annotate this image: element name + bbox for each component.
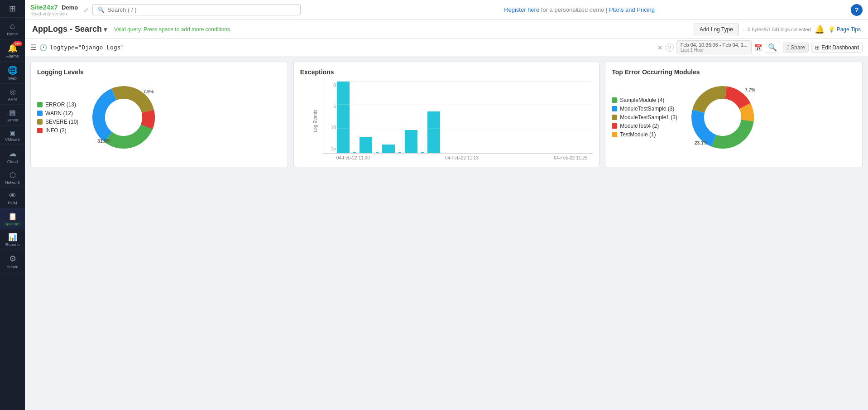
legend-dot-mts xyxy=(612,106,617,111)
apm-icon: ◎ xyxy=(10,87,16,96)
search-icon: 🔍 xyxy=(97,6,105,13)
sidebar-label-web: Web xyxy=(8,76,16,81)
legend-item-mtestsample: ModuleTestSample (3) xyxy=(612,106,677,112)
bar-3 xyxy=(376,152,379,153)
topbar: Site24x7 Demo Read-only version ⤢ 🔍 Regi… xyxy=(25,0,868,20)
plans-link[interactable]: Plans and Pricing xyxy=(609,6,655,13)
sidebar-label-applogs: AppLogs xyxy=(5,222,21,226)
content-area: Logging Levels ERROR (13) WARN (12) xyxy=(25,56,868,410)
bar-chart-area: 15 10 5 0 xyxy=(323,81,593,154)
legend-item-severe: SEVERE (10) xyxy=(37,119,78,125)
applogs-icon: 📋 xyxy=(8,212,17,221)
alarms-badge: 99+ xyxy=(13,41,22,46)
bar-8 xyxy=(427,111,440,153)
share-button[interactable]: ⤴ Share xyxy=(783,43,809,53)
sidebar: ⊞ ⌂ Home 99+ 🔔 Alarms 🌐 Web ◎ APM ▦ Serv… xyxy=(0,0,25,410)
bar-2 xyxy=(360,137,372,153)
bar-6 xyxy=(405,130,417,153)
sidebar-label-cloud: Cloud xyxy=(7,159,18,164)
query-help-icon[interactable]: ? xyxy=(666,43,674,52)
sidebar-item-vmware[interactable]: ▣ VMware xyxy=(0,125,25,145)
web-icon: 🌐 xyxy=(8,65,18,75)
sidebar-item-alarms[interactable]: 99+ 🔔 Alarms xyxy=(0,39,25,62)
search-box[interactable]: 🔍 xyxy=(92,4,301,15)
expand-icon[interactable]: ⤢ xyxy=(83,6,89,14)
legend-dot-tm xyxy=(612,132,617,137)
search-input[interactable] xyxy=(107,6,296,13)
sidebar-label-vmware: VMware xyxy=(5,137,20,142)
rum-icon: 👁 xyxy=(9,192,16,200)
reports-icon: 📊 xyxy=(8,233,17,241)
sidebar-item-applogs[interactable]: 📋 AppLogs xyxy=(0,208,25,229)
grid-icon[interactable]: ⊞ xyxy=(9,4,16,14)
page-title-dropdown[interactable]: ▾ xyxy=(104,26,107,33)
logging-levels-panel: Logging Levels ERROR (13) WARN (12) xyxy=(30,62,288,167)
valid-query-text: Valid query. Press space to add more con… xyxy=(114,26,231,33)
top-error-modules-panel: Top Error Occurring Modules SampleModule… xyxy=(605,62,863,167)
bar-1 xyxy=(353,152,356,153)
sidebar-label-server: Server xyxy=(6,118,19,122)
sidebar-item-reports[interactable]: 📊 Reports xyxy=(0,229,25,250)
query-search-button[interactable]: 🔍 xyxy=(765,42,780,53)
notification-bell[interactable]: 🔔 xyxy=(815,24,825,34)
sidebar-label-home: Home xyxy=(7,32,18,36)
cloud-icon: ☁ xyxy=(9,149,17,159)
sidebar-item-apm[interactable]: ◎ APM xyxy=(0,84,25,105)
top-error-donut: 7.7% 23.1% xyxy=(686,81,759,154)
register-text: Register here for a personalized demo | … xyxy=(308,6,851,13)
exceptions-title: Exceptions xyxy=(300,68,593,76)
add-log-type-button[interactable]: Add Log Type xyxy=(694,24,739,35)
edit-dashboard-button[interactable]: ⊞ Edit Dashboard xyxy=(811,43,863,53)
legend-item-testmodule: TestModule (1) xyxy=(612,131,677,138)
legend-item-mtest4: ModuleTest4 (2) xyxy=(612,123,677,129)
sidebar-item-network[interactable]: ⬡ Network xyxy=(0,167,25,188)
app-name: Site24x7 xyxy=(30,3,58,11)
query-input[interactable] xyxy=(50,44,655,51)
subheader: AppLogs - Search ▾ Valid query. Press sp… xyxy=(25,20,868,39)
charts-row: Logging Levels ERROR (13) WARN (12) xyxy=(30,62,863,167)
time-range-text: Feb 04, 10:36:06 - Feb 04, 1... xyxy=(681,42,748,48)
page-tips-button[interactable]: 💡 Page Tips xyxy=(828,26,861,33)
legend-item-warn: WARN (12) xyxy=(37,110,78,116)
legend-dot-sm xyxy=(612,97,617,103)
lightbulb-icon: 💡 xyxy=(828,26,835,33)
page-title-text: AppLogs - Search xyxy=(32,24,102,34)
sidebar-label-rum: RUM xyxy=(8,201,17,205)
svg-point-10 xyxy=(704,99,741,136)
topbar-right: ? xyxy=(851,4,863,16)
sidebar-item-admin[interactable]: ⚙ Admin xyxy=(0,250,25,272)
top-error-legend: SampleModule (4) ModuleTestSample (3) Mo… xyxy=(612,97,677,138)
subheader-right: Add Log Type · 0 bytes/51 GB logs collec… xyxy=(694,24,861,35)
bar-4 xyxy=(382,145,395,153)
sidebar-item-home[interactable]: ⌂ Home xyxy=(0,18,25,39)
legend-dot-severe xyxy=(37,119,43,125)
y-axis-label: Log Events xyxy=(312,109,317,132)
network-icon: ⬡ xyxy=(10,171,16,179)
donut-label-316: 31.6% xyxy=(97,139,110,144)
clear-query-button[interactable]: ✕ xyxy=(657,44,663,51)
sidebar-item-rum[interactable]: 👁 RUM xyxy=(0,188,25,208)
bar-0 xyxy=(337,81,350,153)
vmware-icon: ▣ xyxy=(10,129,15,136)
register-link[interactable]: Register here xyxy=(504,6,539,13)
sidebar-item-cloud[interactable]: ☁ Cloud xyxy=(0,145,25,167)
sidebar-label-apm: APM xyxy=(8,97,17,101)
legend-dot-mts1 xyxy=(612,115,617,120)
log-storage-text: 0 bytes/51 GB logs collected xyxy=(748,27,810,32)
help-button[interactable]: ? xyxy=(851,4,863,16)
clock-icon[interactable]: 🕐 xyxy=(39,44,47,51)
app-plan: Demo xyxy=(62,4,78,11)
sidebar-label-alarms: Alarms xyxy=(6,54,19,58)
menu-icon[interactable]: ☰ xyxy=(30,43,37,52)
sidebar-label-reports: Reports xyxy=(5,242,20,247)
legend-item-samplemodule: SampleModule (4) xyxy=(612,97,677,103)
time-range-display[interactable]: Feb 04, 10:36:06 - Feb 04, 1... Last 1 H… xyxy=(676,40,752,54)
calendar-icon[interactable]: 📅 xyxy=(754,44,762,51)
svg-point-4 xyxy=(105,99,142,136)
sidebar-item-server[interactable]: ▦ Server xyxy=(0,105,25,125)
logging-levels-legend: ERROR (13) WARN (12) SEVERE (10) IN xyxy=(37,101,78,134)
app-brand: Site24x7 Demo xyxy=(30,3,78,11)
server-icon: ▦ xyxy=(9,108,16,117)
sidebar-item-web[interactable]: 🌐 Web xyxy=(0,62,25,84)
legend-dot-error xyxy=(37,102,43,107)
